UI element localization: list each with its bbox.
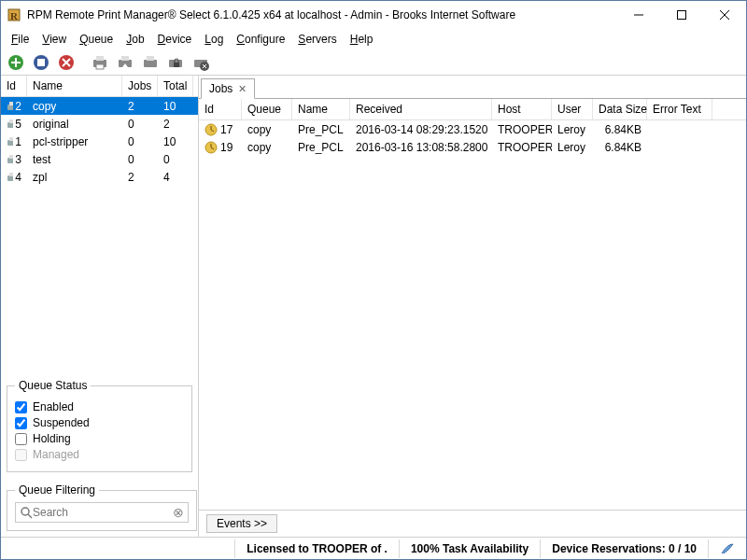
jcol-received[interactable]: Received: [350, 99, 492, 119]
menu-configure[interactable]: Configure: [230, 31, 291, 48]
queue-filtering-legend: Queue Filtering: [15, 483, 99, 497]
jcol-err[interactable]: Error Text: [647, 99, 712, 119]
jcol-name[interactable]: Name: [292, 99, 350, 119]
close-button[interactable]: [703, 1, 746, 29]
jcol-host[interactable]: Host: [492, 99, 552, 119]
svg-rect-28: [9, 137, 13, 141]
queue-row[interactable]: 5original02: [1, 115, 198, 133]
queue-delete-button[interactable]: [55, 51, 78, 74]
menu-job[interactable]: Job: [120, 31, 150, 48]
status-bar: Licensed to TROOPER of . 100% Task Avail…: [1, 537, 746, 559]
queue-settings-button[interactable]: [30, 51, 52, 74]
menu-queue[interactable]: Queue: [73, 31, 120, 48]
left-pane: Id Name Jobs Total 2copy2105original021p…: [1, 76, 199, 537]
queue-row[interactable]: 1pcl-stripper010: [1, 133, 198, 150]
queue-row[interactable]: 2copy210: [1, 97, 198, 115]
minimize-button[interactable]: [617, 1, 660, 29]
menu-log[interactable]: Log: [198, 31, 230, 48]
tab-jobs[interactable]: Jobs ✕: [201, 78, 255, 99]
title-bar: R RPM Remote Print Manager® Select 6.1.0…: [1, 1, 746, 29]
printer-button-3[interactable]: [139, 51, 162, 74]
events-button[interactable]: Events >>: [206, 514, 277, 533]
status-device: Device Reservations: 0 / 10: [540, 539, 708, 558]
svg-rect-3: [678, 11, 686, 20]
tab-close-icon[interactable]: ✕: [238, 83, 247, 95]
printer-cancel-button[interactable]: [190, 51, 212, 74]
col-jobs[interactable]: Jobs: [122, 76, 158, 96]
svg-rect-14: [121, 56, 129, 61]
job-row[interactable]: 19copyPre_PCL2016-03-16 13:08:58.2800TRO…: [199, 138, 746, 156]
queue-status-legend: Queue Status: [15, 379, 91, 392]
events-bar: Events >>: [199, 510, 746, 537]
clear-search-icon[interactable]: ⊗: [173, 505, 184, 520]
col-total[interactable]: Total: [158, 76, 193, 96]
queue-table-header: Id Name Jobs Total: [1, 76, 198, 97]
svg-rect-16: [147, 56, 154, 61]
svg-rect-33: [9, 173, 13, 176]
printer-button-1[interactable]: [89, 51, 111, 74]
col-id[interactable]: Id: [1, 76, 27, 96]
queue-table: Id Name Jobs Total 2copy2105original021p…: [1, 76, 198, 373]
right-pane: Jobs ✕ Id Queue Name Received Host User …: [199, 76, 746, 537]
search-input[interactable]: [33, 506, 173, 519]
checkbox-enabled[interactable]: Enabled: [15, 400, 184, 413]
svg-line-35: [28, 514, 32, 518]
status-license: Licensed to TROOPER of .: [234, 539, 399, 558]
jcol-queue[interactable]: Queue: [242, 99, 292, 119]
menu-servers[interactable]: Servers: [291, 31, 343, 48]
jobs-table-header: Id Queue Name Received Host User Data Si…: [199, 99, 746, 120]
queue-filtering-group: Queue Filtering ⊗: [7, 483, 197, 531]
svg-rect-31: [9, 155, 13, 159]
menu-bar: FileViewQueueJobDeviceLogConfigureServer…: [1, 29, 746, 49]
svg-rect-22: [9, 102, 13, 105]
status-task: 100% Task Availability: [399, 539, 540, 558]
jcol-user[interactable]: User: [552, 99, 593, 119]
queue-row[interactable]: 4zpl24: [1, 168, 198, 186]
search-box: ⊗: [15, 502, 189, 523]
svg-rect-15: [144, 60, 157, 67]
window-title: RPM Remote Print Manager® Select 6.1.0.4…: [27, 8, 617, 21]
printer-lock-button[interactable]: [164, 51, 187, 74]
col-name[interactable]: Name: [27, 76, 122, 96]
checkbox-suspended[interactable]: Suspended: [15, 416, 184, 429]
svg-text:R: R: [10, 10, 19, 21]
svg-rect-18: [174, 63, 179, 67]
jcol-size[interactable]: Data Size: [593, 99, 647, 119]
toolbar: [1, 49, 746, 76]
job-row[interactable]: 17copyPre_PCL2016-03-14 08:29:23.1520TRO…: [199, 120, 746, 138]
svg-point-34: [21, 508, 29, 515]
svg-rect-12: [96, 64, 104, 69]
checkbox-managed: Managed: [15, 448, 184, 461]
menu-device[interactable]: Device: [151, 31, 199, 48]
printer-button-2[interactable]: [114, 51, 136, 74]
menu-view[interactable]: View: [35, 31, 73, 48]
queue-row[interactable]: 3test00: [1, 150, 198, 168]
app-icon: R: [7, 7, 21, 22]
menu-help[interactable]: Help: [344, 31, 380, 48]
maximize-button[interactable]: [660, 1, 703, 29]
svg-rect-11: [96, 56, 104, 61]
search-icon: [20, 506, 33, 519]
svg-rect-25: [9, 119, 13, 123]
tab-strip: Jobs ✕: [199, 76, 746, 98]
status-feather-icon: [708, 539, 746, 558]
queue-add-button[interactable]: [5, 51, 27, 74]
queue-status-group: Queue Status EnabledSuspendedHoldingMana…: [7, 379, 192, 472]
jcol-id[interactable]: Id: [199, 99, 242, 119]
checkbox-holding[interactable]: Holding: [15, 432, 184, 445]
menu-file[interactable]: File: [5, 31, 35, 48]
jobs-table: Id Queue Name Received Host User Data Si…: [199, 98, 746, 510]
tab-label: Jobs: [209, 82, 233, 95]
svg-rect-8: [37, 59, 45, 66]
